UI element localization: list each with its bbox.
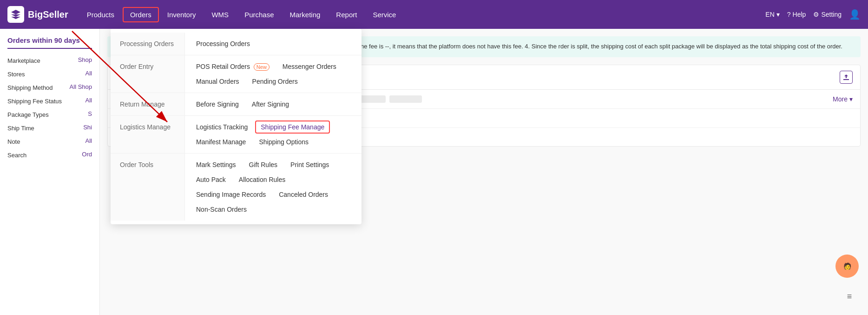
dropdown-item-pending[interactable]: Pending Orders [247, 75, 303, 88]
dropdown-section-return: Return Manage Before Signing After Signi… [111, 93, 362, 116]
chat-support-button[interactable]: 🧑 [835, 255, 859, 278]
user-avatar[interactable]: 👤 [849, 9, 861, 20]
logo-area[interactable]: BigSeller [7, 6, 68, 23]
settings-button[interactable]: ⚙ Setting [813, 11, 842, 18]
nav-item-orders[interactable]: Orders [123, 7, 159, 22]
gear-icon: ⚙ [813, 11, 819, 18]
dropdown-item-manifest[interactable]: Manifest Manage [191, 135, 251, 148]
logo-text: BigSeller [28, 9, 68, 20]
chevron-down-icon: ▾ [849, 95, 853, 103]
dropdown-category-order-entry: Order Entry [111, 55, 185, 93]
help-button[interactable]: ? Help [787, 11, 806, 18]
dropdown-item-print-settings[interactable]: Print Settings [285, 158, 335, 171]
orders-dropdown-menu: Processing Orders Processing Orders Orde… [111, 29, 362, 224]
sidebar-stores-row: Stores All [7, 70, 92, 78]
dropdown-item-manual[interactable]: Manual Orders [191, 75, 245, 88]
chat-avatar-icon: 🧑 [843, 262, 851, 270]
sidebar-search-row: Search Ord [7, 151, 92, 159]
dropdown-section-order-entry: Order Entry POS Retail Orders New Messen… [111, 55, 362, 93]
dropdown-item-mark-settings[interactable]: Mark Settings [191, 158, 242, 171]
blurred-cell [389, 95, 422, 103]
dropdown-item-processing-orders[interactable]: Processing Orders [191, 37, 256, 50]
more-button-area: More ▾ [833, 95, 853, 103]
dropdown-category-return: Return Manage [111, 93, 185, 115]
nav-item-service[interactable]: Service [365, 7, 403, 22]
dropdown-item-non-scan[interactable]: Non-Scan Orders [191, 203, 252, 216]
nav-item-purchase[interactable]: Purchase [237, 7, 281, 22]
chevron-down-icon: ▾ [776, 11, 780, 18]
stores-value[interactable]: All [85, 70, 92, 77]
dropdown-item-shipping-options[interactable]: Shipping Options [253, 135, 314, 148]
dropdown-item-messenger[interactable]: Messenger Orders [277, 60, 342, 73]
package-types-value[interactable]: S [88, 110, 92, 117]
dropdown-item-logistics-tracking[interactable]: Logistics Tracking [191, 121, 253, 134]
logo-icon [7, 6, 24, 23]
sidebar: Orders within 90 days Marketplace Shop S… [0, 29, 100, 315]
nav-right: EN ▾ ? Help ⚙ Setting 👤 [765, 9, 861, 20]
stores-label: Stores [7, 70, 25, 78]
dropdown-item-allocation-rules[interactable]: Allocation Rules [233, 173, 291, 186]
more-button[interactable]: More ▾ [833, 95, 853, 103]
marketplace-value[interactable]: Shop [78, 56, 92, 63]
sidebar-shipping-method-row: Shipping Method All Shop [7, 83, 92, 91]
marketplace-label: Marketplace [7, 56, 40, 64]
main-area: Orders within 90 days Marketplace Shop S… [0, 29, 868, 315]
ship-time-value[interactable]: Shi [83, 124, 92, 131]
dropdown-items-logistics: Logistics Tracking Shipping Fee Manage M… [185, 116, 362, 153]
nav-item-products[interactable]: Products [79, 7, 122, 22]
dropdown-item-sending-image[interactable]: Sending Image Records [191, 188, 271, 201]
top-navigation: BigSeller Products Orders Inventory WMS … [0, 0, 868, 29]
sidebar-shipping-fee-status-row: Shipping Fee Status All [7, 97, 92, 105]
dropdown-category-processing: Processing Orders [111, 33, 185, 55]
search-label: Search [7, 151, 26, 159]
note-value[interactable]: All [85, 137, 92, 144]
note-label: Note [7, 137, 20, 145]
dropdown-items-order-tools: Mark Settings Gift Rules Print Settings … [185, 154, 362, 221]
sidebar-marketplace-row: Marketplace Shop [7, 56, 92, 64]
dropdown-item-canceled-orders[interactable]: Canceled Orders [273, 188, 334, 201]
shipping-fee-status-label: Shipping Fee Status [7, 97, 62, 105]
package-types-label: Package Types [7, 110, 49, 118]
sidebar-note-row: Note All [7, 137, 92, 145]
dropdown-items-processing: Processing Orders [185, 33, 362, 55]
language-selector[interactable]: EN ▾ [765, 11, 779, 18]
dropdown-section-processing: Processing Orders Processing Orders [111, 33, 362, 55]
search-value[interactable]: Ord [82, 151, 92, 158]
sidebar-ship-time-row: Ship Time Shi [7, 124, 92, 132]
dropdown-item-shipping-fee-manage[interactable]: Shipping Fee Manage [255, 121, 330, 134]
dropdown-items-order-entry: POS Retail Orders New Messenger Orders M… [185, 55, 362, 93]
dropdown-category-order-tools: Order Tools [111, 154, 185, 221]
nav-item-report[interactable]: Report [329, 7, 364, 22]
ship-time-label: Ship Time [7, 124, 34, 132]
nav-item-marketing[interactable]: Marketing [283, 7, 328, 22]
export-button[interactable] [840, 71, 853, 84]
nav-item-wms[interactable]: WMS [204, 7, 236, 22]
up-icon: ≡ [847, 292, 852, 302]
dropdown-item-before-signing[interactable]: Before Signing [191, 98, 244, 111]
shipping-fee-status-value[interactable]: All [85, 97, 92, 104]
dropdown-item-pos-retail[interactable]: POS Retail Orders New [191, 60, 275, 73]
sidebar-section-title: Orders within 90 days [7, 36, 92, 49]
dropdown-item-after-signing[interactable]: After Signing [246, 98, 295, 111]
dropdown-item-gift-rules[interactable]: Gift Rules [243, 158, 283, 171]
dropdown-section-logistics: Logistics Manage Logistics Tracking Ship… [111, 116, 362, 154]
help-icon: ? [787, 11, 791, 18]
dropdown-item-auto-pack[interactable]: Auto Pack [191, 173, 231, 186]
nav-items: Products Orders Inventory WMS Purchase M… [79, 7, 766, 22]
dropdown-category-logistics: Logistics Manage [111, 116, 185, 153]
dropdown-section-order-tools: Order Tools Mark Settings Gift Rules Pri… [111, 154, 362, 221]
nav-item-inventory[interactable]: Inventory [160, 7, 204, 22]
new-badge: New [254, 63, 270, 71]
shipping-method-value[interactable]: All Shop [70, 83, 92, 90]
shipping-method-label: Shipping Method [7, 83, 53, 91]
dropdown-items-return: Before Signing After Signing [185, 93, 362, 115]
back-to-top-button[interactable]: ≡ [840, 287, 859, 306]
avatar-icon: 👤 [849, 9, 861, 20]
sidebar-package-types-row: Package Types S [7, 110, 92, 118]
